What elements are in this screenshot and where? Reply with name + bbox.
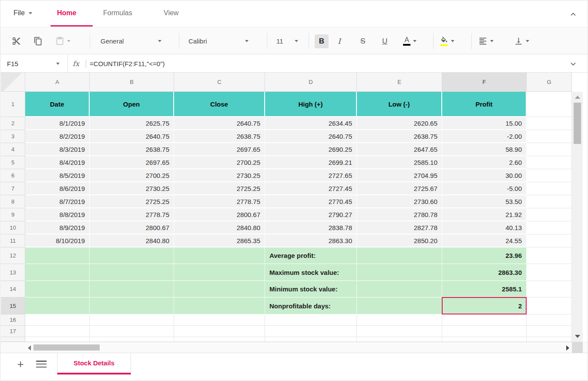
text-align-dropdown[interactable]	[478, 28, 494, 54]
cell-A16[interactable]	[25, 314, 90, 326]
cell-E1[interactable]: Low (-)	[357, 92, 442, 117]
cell-C12[interactable]	[174, 247, 265, 264]
strikethrough-button[interactable]: S	[360, 28, 365, 54]
cell-D15[interactable]: Nonprofitable days:	[265, 297, 357, 314]
sheet-list-button[interactable]	[36, 359, 47, 369]
row-header-6[interactable]: 6	[1, 169, 25, 182]
scroll-right-icon[interactable]	[566, 345, 569, 351]
cell-A3[interactable]: 8/2/2019	[25, 130, 90, 143]
cell-F11[interactable]: 24.55	[442, 234, 527, 247]
cell-A4[interactable]: 8/3/2019	[25, 143, 90, 156]
scroll-left-icon[interactable]	[28, 345, 31, 351]
column-header-A[interactable]: A	[25, 73, 90, 92]
cell-A7[interactable]: 8/6/2019	[25, 182, 90, 195]
column-header-E[interactable]: E	[357, 73, 442, 92]
row-header-7[interactable]: 7	[1, 182, 25, 195]
cell-G1[interactable]	[527, 92, 572, 117]
cell-E16[interactable]	[357, 314, 442, 326]
cell-E11[interactable]: 2850.20	[357, 234, 442, 247]
row-header-17[interactable]: 17	[1, 326, 25, 337]
cell-A10[interactable]: 8/9/2019	[25, 221, 90, 234]
cell-C11[interactable]: 2865.35	[174, 234, 265, 247]
cell-B9[interactable]: 2778.75	[90, 208, 174, 221]
row-header-5[interactable]: 5	[1, 156, 25, 169]
cell-E3[interactable]: 2638.75	[357, 130, 442, 143]
cell-F4[interactable]: 58.90	[442, 143, 527, 156]
cell-G15[interactable]	[527, 297, 572, 314]
cell-B1[interactable]: Open	[90, 92, 174, 117]
cell-E13[interactable]	[357, 264, 442, 281]
cell-A2[interactable]: 8/1/2019	[25, 117, 90, 130]
cell-D6[interactable]: 2727.65	[265, 169, 357, 182]
row-header-1[interactable]: 1	[1, 92, 25, 117]
name-box[interactable]: F15	[0, 55, 68, 73]
row-header-12[interactable]: 12	[1, 247, 25, 264]
row-header-partial[interactable]	[1, 337, 25, 342]
cell-D12[interactable]: Average profit:	[265, 247, 357, 264]
cell-G5[interactable]	[527, 156, 572, 169]
column-header-F[interactable]: F	[442, 73, 527, 92]
cell-C2[interactable]: 2640.75	[174, 117, 265, 130]
cell-A15[interactable]	[25, 297, 90, 314]
cell-E12[interactable]	[357, 247, 442, 264]
cell-B15[interactable]	[90, 297, 174, 314]
cell-F16[interactable]	[442, 314, 527, 326]
cell-C17[interactable]	[174, 326, 265, 337]
cell-G14[interactable]	[527, 281, 572, 297]
cell-A17[interactable]	[25, 326, 90, 337]
cell-A13[interactable]	[25, 264, 90, 281]
cell-Ex[interactable]	[357, 337, 442, 342]
cell-G10[interactable]	[527, 221, 572, 234]
cell-E15[interactable]	[357, 297, 442, 314]
cell-E4[interactable]: 2647.65	[357, 143, 442, 156]
vertical-align-dropdown[interactable]	[514, 28, 529, 54]
cell-B4[interactable]: 2638.75	[90, 143, 174, 156]
cell-F2[interactable]: 15.00	[442, 117, 527, 130]
cell-F13[interactable]: 2863.30	[442, 264, 527, 281]
paste-button[interactable]	[55, 28, 71, 54]
cell-A1[interactable]: Date	[25, 92, 90, 117]
horizontal-scroll-thumb[interactable]	[34, 344, 100, 351]
cell-G7[interactable]	[527, 182, 572, 195]
cell-D4[interactable]: 2690.25	[265, 143, 357, 156]
cell-C9[interactable]: 2800.67	[174, 208, 265, 221]
row-header-2[interactable]: 2	[1, 117, 25, 130]
cell-G12[interactable]	[527, 247, 572, 264]
cell-F8[interactable]: 53.50	[442, 195, 527, 208]
underline-button[interactable]: U	[382, 28, 387, 54]
cell-E8[interactable]: 2730.60	[357, 195, 442, 208]
column-header-C[interactable]: C	[174, 73, 265, 92]
cell-C15[interactable]	[174, 297, 265, 314]
cell-F12[interactable]: 23.96	[442, 247, 527, 264]
file-menu[interactable]: File	[13, 0, 32, 26]
cell-Cx[interactable]	[174, 337, 265, 342]
cell-F7[interactable]: -5.00	[442, 182, 527, 195]
font-color-button[interactable]: A	[403, 28, 417, 54]
cell-D1[interactable]: High (+)	[265, 92, 357, 117]
cell-E5[interactable]: 2585.10	[357, 156, 442, 169]
cell-B14[interactable]	[90, 281, 174, 297]
cell-E14[interactable]	[357, 281, 442, 297]
font-name-dropdown[interactable]: Calibri	[188, 28, 251, 54]
cell-C13[interactable]	[174, 264, 265, 281]
cell-C5[interactable]: 2700.25	[174, 156, 265, 169]
cell-G16[interactable]	[527, 314, 572, 326]
cell-G4[interactable]	[527, 143, 572, 156]
cell-Dx[interactable]	[265, 337, 357, 342]
cell-C4[interactable]: 2697.65	[174, 143, 265, 156]
row-header-15[interactable]: 15	[1, 297, 25, 314]
cell-B6[interactable]: 2700.25	[90, 169, 174, 182]
cell-A12[interactable]	[25, 247, 90, 264]
cell-G11[interactable]	[527, 234, 572, 247]
cell-F15[interactable]: 2	[442, 297, 527, 314]
row-header-3[interactable]: 3	[1, 130, 25, 143]
cell-G6[interactable]	[527, 169, 572, 182]
cell-C6[interactable]: 2730.25	[174, 169, 265, 182]
row-header-16[interactable]: 16	[1, 314, 25, 326]
sheet-tab-stock-details[interactable]: Stock Details	[57, 353, 131, 374]
cell-B2[interactable]: 2625.75	[90, 117, 174, 130]
cell-E6[interactable]: 2704.95	[357, 169, 442, 182]
bold-button[interactable]: B	[315, 28, 329, 54]
collapse-toolbar-icon[interactable]	[568, 10, 578, 19]
cell-F9[interactable]: 21.92	[442, 208, 527, 221]
